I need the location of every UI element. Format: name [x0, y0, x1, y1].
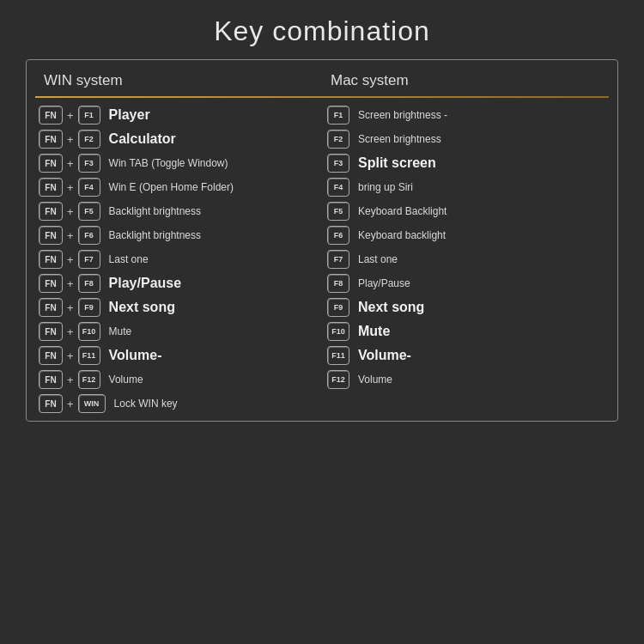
plus-sign: + [67, 109, 74, 122]
win-action-text: Win TAB (Toggle Window) [109, 157, 228, 169]
mac-function-key: F8 [327, 274, 349, 293]
fn-key: FN [39, 154, 63, 173]
plus-sign: + [67, 181, 74, 194]
mac-side: F7Last one [322, 250, 617, 269]
combo-row: FN+F2CalculatorF2Screen brightness [27, 127, 617, 151]
fn-key: FN [39, 130, 63, 149]
function-key: F7 [78, 250, 100, 269]
plus-sign: + [67, 133, 74, 146]
header-mac: Mac system [322, 72, 617, 89]
header-row: WIN system Mac system [27, 69, 617, 96]
function-key: F5 [78, 202, 100, 221]
mac-function-key: F12 [327, 370, 349, 389]
fn-key: FN [39, 298, 63, 317]
win-action-text: Calculator [109, 131, 176, 147]
mac-action-text: Volume [358, 374, 392, 386]
function-key: F9 [78, 298, 100, 317]
combo-row: FN+F8Play/PauseF8Play/Pause [27, 271, 617, 295]
mac-function-key: F11 [327, 346, 349, 365]
win-action-text: Volume- [109, 348, 162, 363]
mac-action-text: bring up Siri [358, 181, 413, 193]
mac-function-key: F6 [327, 226, 349, 245]
win-side: FN+F10Mute [27, 322, 322, 341]
mac-action-text: Screen brightness - [358, 109, 447, 121]
win-action-text: Play/Pause [109, 276, 182, 291]
win-action-text: Backlight brightness [109, 229, 201, 241]
mac-side: F4bring up Siri [322, 178, 617, 197]
fn-key: FN [39, 274, 63, 293]
fn-key: FN [39, 226, 63, 245]
plus-sign: + [67, 277, 74, 290]
combo-row: FN+F12VolumeF12Volume [27, 368, 617, 392]
combo-row: FN+F4Win E (Open Home Folder)F4bring up … [27, 175, 617, 199]
fn-key: FN [39, 250, 63, 269]
fn-key: FN [39, 346, 63, 365]
mac-function-key: F3 [327, 154, 349, 173]
function-key: F4 [78, 178, 100, 197]
win-side: FN+F4Win E (Open Home Folder) [27, 178, 322, 197]
mac-action-text: Screen brightness [358, 133, 441, 145]
plus-sign: + [67, 253, 74, 266]
fn-key: FN [39, 394, 63, 413]
mac-function-key: F2 [327, 130, 349, 149]
function-key: F10 [78, 322, 100, 341]
combo-row: FN+WINLock WIN key [27, 392, 617, 416]
win-side: FN+F12Volume [27, 370, 322, 389]
win-action-text: Last one [109, 253, 149, 265]
combo-row: FN+F5Backlight brightnessF5Keyboard Back… [27, 199, 617, 223]
function-key: WIN [78, 394, 106, 413]
function-key: F2 [78, 130, 100, 149]
function-key: F1 [78, 106, 100, 125]
win-action-text: Player [109, 107, 150, 123]
mac-action-text: Volume- [358, 348, 411, 363]
win-side: FN+WINLock WIN key [27, 394, 322, 413]
mac-function-key: F9 [327, 298, 349, 317]
mac-side: F9Next song [322, 298, 617, 317]
mac-function-key: F10 [327, 322, 349, 341]
win-action-text: Volume [109, 374, 143, 386]
mac-action-text: Last one [358, 253, 398, 265]
header-win: WIN system [27, 72, 322, 89]
mac-action-text: Split screen [358, 155, 436, 171]
mac-side: F11Volume- [322, 346, 617, 365]
plus-sign: + [67, 349, 74, 362]
combo-row: FN+F7Last oneF7Last one [27, 247, 617, 271]
mac-side: F6Keyboard backlight [322, 226, 617, 245]
win-side: FN+F2Calculator [27, 130, 322, 149]
combo-row: FN+F3Win TAB (Toggle Window)F3Split scre… [27, 151, 617, 175]
mac-side: F8Play/Pause [322, 274, 617, 293]
mac-action-text: Keyboard Backlight [358, 205, 447, 217]
win-action-text: Win E (Open Home Folder) [109, 181, 234, 193]
mac-side: F5Keyboard Backlight [322, 202, 617, 221]
mac-function-key: F4 [327, 178, 349, 197]
plus-sign: + [67, 229, 74, 242]
mac-function-key: F1 [327, 106, 349, 125]
plus-sign: + [67, 398, 74, 410]
win-action-text: Mute [109, 325, 132, 337]
win-side: FN+F5Backlight brightness [27, 202, 322, 221]
rows-wrapper: FN+F1PlayerF1Screen brightness -FN+F2Cal… [27, 103, 617, 416]
win-action-text: Next song [109, 300, 175, 315]
win-side: FN+F11Volume- [27, 346, 322, 365]
page-title: Key combination [0, 0, 644, 59]
mac-side: F2Screen brightness [322, 130, 617, 149]
mac-side: F1Screen brightness - [322, 106, 617, 125]
fn-key: FN [39, 370, 63, 389]
plus-sign: + [67, 205, 74, 218]
plus-sign: + [67, 374, 74, 386]
function-key: F3 [78, 154, 100, 173]
function-key: F8 [78, 274, 100, 293]
win-side: FN+F9Next song [27, 298, 322, 317]
plus-sign: + [67, 157, 74, 170]
fn-key: FN [39, 202, 63, 221]
combo-row: FN+F11Volume-F11Volume- [27, 343, 617, 368]
fn-key: FN [39, 106, 63, 125]
function-key: F11 [78, 346, 100, 365]
win-side: FN+F6Backlight brightness [27, 226, 322, 245]
win-side: FN+F3Win TAB (Toggle Window) [27, 154, 322, 173]
win-action-text: Backlight brightness [109, 205, 201, 217]
combo-row: FN+F1PlayerF1Screen brightness - [27, 103, 617, 127]
mac-side: F12Volume [322, 370, 617, 389]
win-side: FN+F7Last one [27, 250, 322, 269]
win-side: FN+F8Play/Pause [27, 274, 322, 293]
